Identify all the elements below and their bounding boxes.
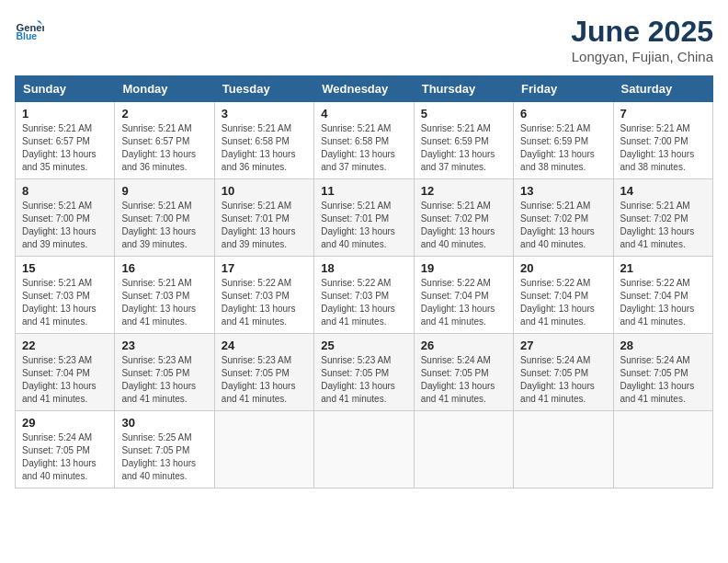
col-saturday: Saturday [613,76,712,102]
day-info: Sunrise: 5:21 AMSunset: 7:00 PMDaylight:… [121,200,207,251]
day-info: Sunrise: 5:21 AMSunset: 6:58 PMDaylight:… [321,122,406,174]
day-number: 29 [22,416,108,430]
day-info: Sunrise: 5:23 AMSunset: 7:05 PMDaylight:… [321,354,406,406]
day-number: 7 [620,107,706,121]
table-row [214,411,313,488]
day-info: Sunrise: 5:22 AMSunset: 7:04 PMDaylight:… [620,277,706,328]
table-row: 19Sunrise: 5:22 AMSunset: 7:04 PMDayligh… [414,257,513,334]
day-number: 23 [121,339,207,352]
day-number: 9 [121,184,207,198]
calendar-week-row: 22Sunrise: 5:23 AMSunset: 7:04 PMDayligh… [16,334,713,411]
table-row: 15Sunrise: 5:21 AMSunset: 7:03 PMDayligh… [16,257,115,334]
day-info: Sunrise: 5:23 AMSunset: 7:05 PMDaylight:… [222,354,307,406]
calendar-week-row: 8Sunrise: 5:21 AMSunset: 7:00 PMDaylight… [16,179,713,257]
day-info: Sunrise: 5:21 AMSunset: 6:59 PMDaylight:… [520,122,606,174]
day-number: 30 [121,416,207,430]
day-info: Sunrise: 5:24 AMSunset: 7:05 PMDaylight:… [520,354,606,406]
table-row [314,411,414,488]
title-block: June 2025 Longyan, Fujian, China [571,15,713,64]
day-info: Sunrise: 5:21 AMSunset: 6:59 PMDaylight:… [421,122,506,174]
table-row: 13Sunrise: 5:21 AMSunset: 7:02 PMDayligh… [514,179,613,257]
table-row: 27Sunrise: 5:24 AMSunset: 7:05 PMDayligh… [514,334,613,411]
col-friday: Friday [514,76,613,102]
table-row: 8Sunrise: 5:21 AMSunset: 7:00 PMDaylight… [16,179,115,257]
table-row: 21Sunrise: 5:22 AMSunset: 7:04 PMDayligh… [613,257,712,334]
table-row [613,411,712,488]
day-info: Sunrise: 5:23 AMSunset: 7:05 PMDaylight:… [121,354,207,406]
table-row: 1Sunrise: 5:21 AMSunset: 6:57 PMDaylight… [16,102,115,179]
table-row: 30Sunrise: 5:25 AMSunset: 7:05 PMDayligh… [115,411,214,488]
day-number: 22 [22,339,108,352]
col-sunday: Sunday [16,76,115,102]
table-row: 3Sunrise: 5:21 AMSunset: 6:58 PMDaylight… [214,102,313,179]
day-info: Sunrise: 5:21 AMSunset: 7:02 PMDaylight:… [421,200,506,251]
day-info: Sunrise: 5:21 AMSunset: 7:00 PMDaylight:… [22,200,108,251]
page-header: General Blue June 2025 Longyan, Fujian, … [15,15,713,64]
day-info: Sunrise: 5:25 AMSunset: 7:05 PMDaylight:… [121,431,207,483]
day-number: 17 [222,261,307,275]
table-row: 5Sunrise: 5:21 AMSunset: 6:59 PMDaylight… [414,102,513,179]
table-row [514,411,613,488]
day-info: Sunrise: 5:24 AMSunset: 7:05 PMDaylight:… [421,354,506,406]
day-info: Sunrise: 5:21 AMSunset: 6:58 PMDaylight:… [222,122,307,174]
day-number: 25 [321,339,406,352]
table-row: 12Sunrise: 5:21 AMSunset: 7:02 PMDayligh… [414,179,513,257]
day-info: Sunrise: 5:21 AMSunset: 7:01 PMDaylight:… [321,200,406,251]
table-row [414,411,513,488]
day-info: Sunrise: 5:21 AMSunset: 7:01 PMDaylight:… [222,200,307,251]
day-info: Sunrise: 5:21 AMSunset: 7:00 PMDaylight:… [620,122,706,174]
logo: General Blue [15,15,44,44]
day-info: Sunrise: 5:22 AMSunset: 7:03 PMDaylight:… [222,277,307,328]
table-row: 2Sunrise: 5:21 AMSunset: 6:57 PMDaylight… [115,102,214,179]
table-row: 23Sunrise: 5:23 AMSunset: 7:05 PMDayligh… [115,334,214,411]
day-number: 21 [620,261,706,275]
table-row: 14Sunrise: 5:21 AMSunset: 7:02 PMDayligh… [613,179,712,257]
day-number: 3 [222,107,307,121]
table-row: 10Sunrise: 5:21 AMSunset: 7:01 PMDayligh… [214,179,313,257]
col-wednesday: Wednesday [314,76,414,102]
day-number: 19 [421,261,506,275]
day-info: Sunrise: 5:21 AMSunset: 6:57 PMDaylight:… [22,122,108,174]
logo-icon: General Blue [15,15,44,44]
calendar-table: Sunday Monday Tuesday Wednesday Thursday… [15,75,713,488]
day-info: Sunrise: 5:21 AMSunset: 7:02 PMDaylight:… [620,200,706,251]
col-thursday: Thursday [414,76,513,102]
month-title: June 2025 [571,15,713,49]
col-tuesday: Tuesday [214,76,313,102]
day-number: 16 [121,261,207,275]
header-row: Sunday Monday Tuesday Wednesday Thursday… [16,76,713,102]
table-row: 29Sunrise: 5:24 AMSunset: 7:05 PMDayligh… [16,411,115,488]
table-row: 16Sunrise: 5:21 AMSunset: 7:03 PMDayligh… [115,257,214,334]
day-number: 28 [620,339,706,352]
day-info: Sunrise: 5:21 AMSunset: 7:03 PMDaylight:… [22,277,108,328]
day-info: Sunrise: 5:21 AMSunset: 7:03 PMDaylight:… [121,277,207,328]
table-row: 24Sunrise: 5:23 AMSunset: 7:05 PMDayligh… [214,334,313,411]
table-row: 9Sunrise: 5:21 AMSunset: 7:00 PMDaylight… [115,179,214,257]
day-number: 11 [321,184,406,198]
table-row: 17Sunrise: 5:22 AMSunset: 7:03 PMDayligh… [214,257,313,334]
table-row: 20Sunrise: 5:22 AMSunset: 7:04 PMDayligh… [514,257,613,334]
calendar-week-row: 29Sunrise: 5:24 AMSunset: 7:05 PMDayligh… [16,411,713,488]
table-row: 6Sunrise: 5:21 AMSunset: 6:59 PMDaylight… [514,102,613,179]
day-info: Sunrise: 5:21 AMSunset: 7:02 PMDaylight:… [520,200,606,251]
day-number: 15 [22,261,108,275]
day-number: 2 [121,107,207,121]
day-number: 20 [520,261,606,275]
calendar-week-row: 15Sunrise: 5:21 AMSunset: 7:03 PMDayligh… [16,257,713,334]
day-number: 6 [520,107,606,121]
day-info: Sunrise: 5:21 AMSunset: 6:57 PMDaylight:… [121,122,207,174]
table-row: 7Sunrise: 5:21 AMSunset: 7:00 PMDaylight… [613,102,712,179]
day-number: 26 [421,339,506,352]
day-number: 14 [620,184,706,198]
day-number: 12 [421,184,506,198]
day-info: Sunrise: 5:23 AMSunset: 7:04 PMDaylight:… [22,354,108,406]
day-number: 27 [520,339,606,352]
day-number: 18 [321,261,406,275]
calendar-week-row: 1Sunrise: 5:21 AMSunset: 6:57 PMDaylight… [16,102,713,179]
day-info: Sunrise: 5:22 AMSunset: 7:04 PMDaylight:… [421,277,506,328]
day-number: 8 [22,184,108,198]
day-number: 13 [520,184,606,198]
table-row: 22Sunrise: 5:23 AMSunset: 7:04 PMDayligh… [16,334,115,411]
table-row: 11Sunrise: 5:21 AMSunset: 7:01 PMDayligh… [314,179,414,257]
svg-text:Blue: Blue [17,31,38,41]
